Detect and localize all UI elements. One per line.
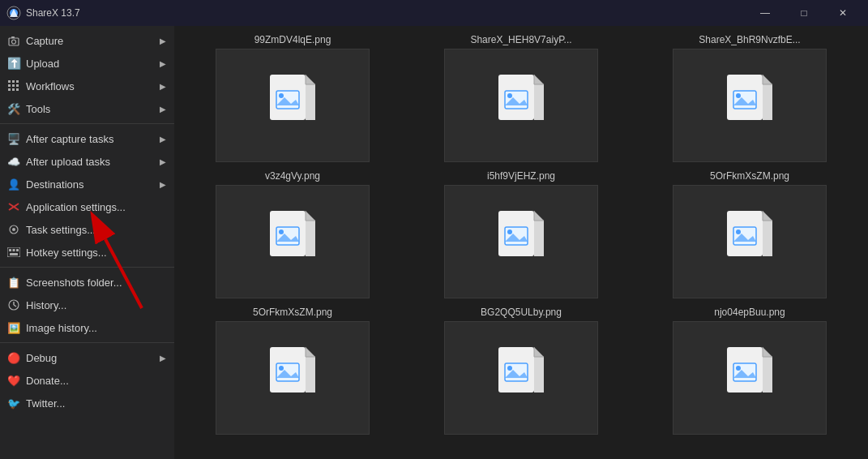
minimize-button[interactable]: — [746, 0, 784, 26]
sidebar-item-left-workflows: Workflows [6, 79, 75, 93]
svg-rect-85 [534, 357, 544, 393]
sidebar-item-upload[interactable]: ⬆️Upload▶ [0, 52, 174, 75]
file-icon [724, 209, 776, 274]
sidebar-item-donate[interactable]: ❤️Donate... [0, 369, 174, 392]
grid-item-label: 99ZmDV4lqE.png [254, 34, 331, 45]
grid-item-label: v3z4gVy.png [265, 170, 320, 182]
svg-rect-32 [276, 91, 299, 109]
app-title: ShareX 13.7 [26, 7, 80, 19]
grid-item-thumbnail [444, 321, 598, 435]
svg-point-97 [736, 366, 741, 371]
titlebar: ShareX 13.7 — □ ✕ [0, 0, 868, 26]
svg-marker-28 [306, 75, 315, 84]
svg-rect-56 [276, 227, 299, 245]
sidebar-item-label-app-settings: Application settings... [26, 201, 126, 213]
grid-item[interactable]: ShareX_HEH8V7aiyP... [411, 34, 631, 162]
grid-item[interactable]: i5hf9VjEHZ.png [411, 170, 631, 298]
sidebar-item-history[interactable]: History... [0, 294, 174, 316]
submenu-arrow-after-upload: ▶ [160, 157, 166, 166]
svg-point-18 [12, 228, 15, 231]
svg-rect-11 [12, 88, 15, 91]
grid-item[interactable]: 5OrFkmXsZM.png [639, 170, 860, 298]
sidebar-item-after-capture[interactable]: 🖥️After capture tasks▶ [0, 127, 174, 150]
sidebar-item-left-debug: 🔴Debug [6, 350, 57, 365]
sidebar-item-after-upload[interactable]: ☁️After upload tasks▶ [0, 150, 174, 173]
grid-item[interactable]: njo04epBuu.png [639, 307, 860, 435]
sidebar-item-label-history: History... [26, 299, 66, 311]
grid-item-label: i5hf9VjEHZ.png [487, 170, 555, 182]
svg-rect-61 [534, 221, 544, 256]
submenu-arrow-tools: ▶ [160, 105, 166, 114]
sidebar-item-label-after-upload: After upload tasks [26, 156, 110, 168]
image-history-icon: 🖼️ [6, 320, 21, 335]
donate-icon: ❤️ [6, 373, 21, 388]
svg-point-89 [507, 366, 512, 371]
close-button[interactable]: ✕ [824, 0, 862, 26]
sidebar-item-image-history[interactable]: 🖼️Image history... [0, 316, 174, 339]
sidebar-item-left-app-settings: Application settings... [6, 199, 126, 214]
svg-rect-64 [505, 227, 528, 245]
sidebar-divider [0, 267, 174, 268]
sidebar-divider [0, 123, 174, 124]
svg-rect-9 [12, 80, 15, 83]
tools-icon: 🛠️ [6, 101, 21, 116]
sidebar-item-label-workflows: Workflows [26, 80, 75, 92]
sidebar-item-app-settings[interactable]: Application settings... [0, 195, 174, 218]
grid-item[interactable]: v3z4gVy.png [182, 170, 403, 298]
grid-item-thumbnail [673, 185, 827, 298]
image-grid: 99ZmDV4lqE.png ShareX_HEH8V7aiyP... Shar… [182, 34, 860, 435]
svg-rect-69 [763, 221, 772, 256]
sidebar-item-label-donate: Donate... [26, 375, 69, 387]
after-upload-icon: ☁️ [6, 154, 21, 169]
file-icon [267, 345, 319, 410]
sidebar-item-left-twitter: 🐦Twitter... [6, 396, 65, 410]
sidebar-item-task-settings[interactable]: Task settings... [0, 218, 174, 241]
svg-rect-29 [306, 84, 315, 120]
sidebar-item-tools[interactable]: 🛠️Tools▶ [0, 97, 174, 120]
grid-item[interactable]: BG2QQ5ULby.png [411, 307, 631, 435]
svg-rect-10 [12, 84, 15, 87]
sidebar-item-screenshots[interactable]: 📋Screenshots folder... [0, 271, 174, 294]
svg-rect-48 [733, 91, 756, 109]
grid-item[interactable]: 5OrFkmXsZM.png [182, 307, 403, 435]
svg-line-26 [14, 305, 16, 307]
workflows-icon [6, 79, 21, 93]
grid-item[interactable]: ShareX_BhR9NvzfbE... [639, 34, 860, 162]
history-icon [6, 298, 21, 312]
sidebar-item-twitter[interactable]: 🐦Twitter... [0, 392, 174, 414]
svg-rect-12 [16, 80, 19, 83]
sidebar-item-left-donate: ❤️Donate... [6, 373, 69, 388]
submenu-arrow-workflows: ▶ [160, 82, 166, 91]
sidebar-divider [0, 342, 174, 343]
hotkey-settings-icon [6, 245, 21, 260]
sidebar-item-destinations[interactable]: 👤Destinations▶ [0, 173, 174, 195]
file-icon [267, 73, 319, 138]
sidebar-item-workflows[interactable]: Workflows▶ [0, 75, 174, 97]
sidebar-item-hotkey-settings[interactable]: Hotkey settings... [0, 241, 174, 264]
maximize-button[interactable]: □ [785, 0, 823, 26]
grid-item-thumbnail [216, 185, 370, 298]
file-icon [267, 209, 319, 274]
svg-point-57 [279, 230, 284, 234]
sidebar-item-debug[interactable]: 🔴Debug▶ [0, 346, 174, 369]
svg-point-65 [507, 230, 512, 234]
sidebar-item-left-task-settings: Task settings... [6, 222, 96, 237]
svg-point-73 [736, 230, 741, 234]
sidebar-item-capture[interactable]: Capture▶ [0, 29, 174, 52]
sidebar-item-label-image-history: Image history... [26, 322, 97, 334]
sidebar-item-label-debug: Debug [26, 352, 57, 364]
sidebar-item-label-upload: Upload [26, 58, 59, 70]
svg-marker-36 [534, 75, 544, 84]
svg-rect-80 [276, 363, 299, 381]
upload-icon: ⬆️ [6, 56, 21, 71]
submenu-arrow-upload: ▶ [160, 59, 166, 68]
svg-rect-20 [9, 249, 11, 251]
svg-rect-88 [505, 363, 528, 381]
svg-point-4 [12, 40, 16, 44]
sidebar-item-left-capture: Capture [6, 33, 63, 48]
grid-item-label: 5OrFkmXsZM.png [710, 170, 789, 182]
grid-item[interactable]: 99ZmDV4lqE.png [182, 34, 403, 162]
sidebar-item-left-upload: ⬆️Upload [6, 56, 59, 71]
destinations-icon: 👤 [6, 177, 21, 191]
grid-item-label: ShareX_BhR9NvzfbE... [699, 34, 800, 45]
